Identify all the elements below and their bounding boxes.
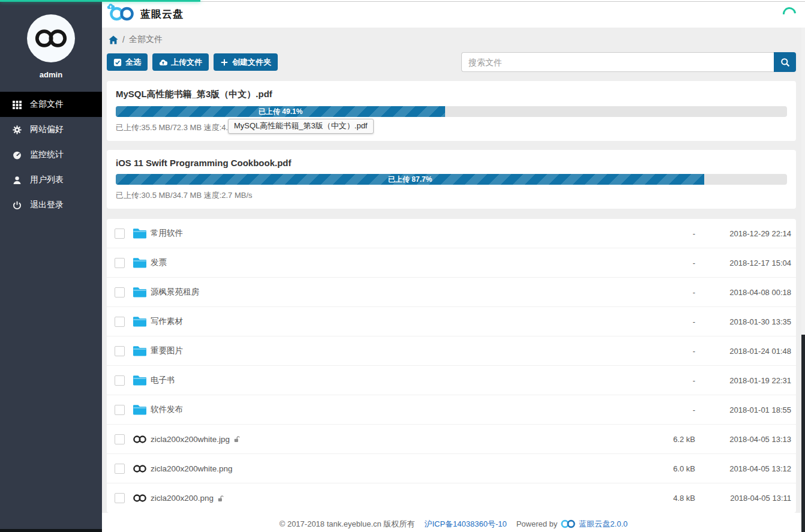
file-name[interactable]: 常用软件 <box>151 228 183 239</box>
folder-icon <box>133 375 146 386</box>
row-checkbox[interactable] <box>115 287 125 297</box>
table-row[interactable]: 软件发布 - 2018-01-01 18:55 <box>107 395 796 425</box>
version-link[interactable]: 蓝眼云盘2.0.0 <box>579 519 627 530</box>
file-size: - <box>605 347 695 356</box>
file-name[interactable]: zicla200x200white.jpg <box>151 435 230 444</box>
username: admin <box>40 70 62 79</box>
unlock-icon <box>217 495 225 502</box>
app-logo[interactable] <box>109 5 135 23</box>
file-name[interactable]: zicla200x200.png <box>151 494 214 503</box>
row-checkbox[interactable] <box>115 229 125 239</box>
create-folder-label: 创建文件夹 <box>232 57 271 68</box>
upload-progress-track: 已上传 49.1% <box>116 106 787 117</box>
row-checkbox[interactable] <box>115 317 125 327</box>
table-row[interactable]: 电子书 - 2018-01-19 22:31 <box>107 366 796 395</box>
row-checkbox[interactable] <box>115 258 125 268</box>
row-checkbox[interactable] <box>115 375 125 386</box>
upload-file-button[interactable]: 上传文件 <box>152 53 209 71</box>
sidebar-item[interactable]: 退出登录 <box>0 193 102 218</box>
file-date: 2018-12-29 22:14 <box>701 229 791 238</box>
table-row[interactable]: zicla200x200.png 4.8 kB 2018-04-05 13:11 <box>107 483 796 513</box>
copyright-text: © 2017-2018 tank.eyeblue.cn 版权所有 <box>280 519 415 530</box>
file-size: - <box>605 229 695 238</box>
upload-detail: 已上传:30.5 MB/34.7 MB 速度:2.7 MB/s <box>116 190 787 201</box>
avatar[interactable] <box>27 14 75 62</box>
table-row[interactable]: 重要图片 - 2018-01-24 01:48 <box>107 336 796 366</box>
sidebar-item[interactable]: 监控统计 <box>0 142 102 167</box>
sidebar-item-icon <box>13 151 22 160</box>
sidebar-item-label: 网站偏好 <box>30 124 64 135</box>
folder-icon <box>133 257 146 268</box>
file-name[interactable]: 软件发布 <box>151 404 183 415</box>
cloud-upload-badge-icon <box>107 3 115 10</box>
breadcrumb-current: 全部文件 <box>129 34 163 45</box>
table-row[interactable]: 写作素材 - 2018-01-30 13:35 <box>107 307 796 336</box>
infinity-logo-icon <box>560 519 576 529</box>
sidebar-item-label: 全部文件 <box>30 99 64 110</box>
upload-progress-bar: 已上传 49.1% <box>116 106 445 117</box>
page-loading-bar <box>0 0 200 2</box>
breadcrumb-separator: / <box>122 35 125 44</box>
table-row[interactable]: 常用软件 - 2018-12-29 22:14 <box>107 219 796 248</box>
row-checkbox[interactable] <box>115 464 125 474</box>
plus-icon <box>220 58 229 67</box>
file-date: 2018-04-05 13:12 <box>701 464 791 473</box>
table-row[interactable]: 发票 - 2018-12-17 15:04 <box>107 248 796 278</box>
file-name[interactable]: 写作素材 <box>151 316 183 327</box>
file-name[interactable]: 重要图片 <box>151 345 183 356</box>
file-thumbnail-icon <box>133 435 147 444</box>
file-size: - <box>605 376 695 385</box>
user-profile: admin <box>0 0 102 79</box>
file-name[interactable]: 电子书 <box>151 375 175 386</box>
file-size: 6.0 kB <box>605 464 695 473</box>
sidebar-item[interactable]: 全部文件 <box>0 92 102 117</box>
select-all-label: 全选 <box>125 57 141 68</box>
file-date: 2018-04-05 13:13 <box>701 435 791 444</box>
search-input[interactable] <box>461 52 774 72</box>
upload-card: MySQL高性能书籍_第3版（中文）.pdf 已上传 49.1% 已上传:35.… <box>107 81 796 141</box>
sidebar-item[interactable]: 用户列表 <box>0 167 102 193</box>
table-row[interactable]: zicla200x200white.png 6.0 kB 2018-04-05 … <box>107 454 796 483</box>
upload-filename: iOS 11 Swift Programming Cookbook.pdf <box>116 158 787 168</box>
table-row[interactable]: 源枫景苑租房 - 2018-04-08 00:18 <box>107 278 796 307</box>
upload-progress-track: 已上传 87.7% <box>116 174 787 185</box>
file-size: - <box>605 317 695 326</box>
app-window: admin 全部文件 网站偏好 监控统计 <box>0 0 805 532</box>
file-size: 4.8 kB <box>605 494 695 503</box>
sidebar-item-icon <box>13 201 22 210</box>
select-all-button[interactable]: 全选 <box>107 53 148 71</box>
row-checkbox[interactable] <box>115 346 125 356</box>
sidebar-item-icon <box>13 176 22 185</box>
file-size: - <box>605 259 695 267</box>
create-folder-button[interactable]: 创建文件夹 <box>214 53 278 71</box>
search-button[interactable] <box>774 52 796 72</box>
footer: © 2017-2018 tank.eyeblue.cn 版权所有 沪ICP备14… <box>102 513 805 532</box>
row-checkbox[interactable] <box>115 493 125 503</box>
file-thumbnail-icon <box>133 464 147 473</box>
search-group <box>461 52 796 72</box>
toolbar: 全选 上传文件 创建文件夹 <box>107 52 796 72</box>
sidebar-item-label: 退出登录 <box>30 200 64 211</box>
file-date: 2018-01-30 13:35 <box>701 317 791 326</box>
file-name[interactable]: 源枫景苑租房 <box>151 287 199 297</box>
file-date: 2018-01-19 22:31 <box>701 376 791 385</box>
file-name[interactable]: zicla200x200white.png <box>151 464 233 473</box>
icp-link[interactable]: 沪ICP备14038360号-10 <box>424 519 506 530</box>
powered-by-text: Powered by <box>516 519 558 528</box>
check-square-icon <box>113 58 122 67</box>
folder-icon <box>133 287 146 297</box>
file-name[interactable]: 发票 <box>151 257 167 268</box>
row-checkbox[interactable] <box>115 434 125 444</box>
scrollbar-thumb[interactable] <box>801 335 805 532</box>
sidebar-item-label: 监控统计 <box>30 149 64 160</box>
row-checkbox[interactable] <box>115 405 125 415</box>
file-date: 2018-04-08 00:18 <box>701 288 791 297</box>
file-date: 2018-01-24 01:48 <box>701 347 791 356</box>
infinity-logo-icon <box>34 28 68 49</box>
folder-icon <box>133 345 146 356</box>
sidebar-item[interactable]: 网站偏好 <box>0 117 102 142</box>
sidebar-item-icon <box>13 125 22 134</box>
table-row[interactable]: zicla200x200white.jpg 6.2 kB 2018-04-05 … <box>107 425 796 454</box>
home-icon[interactable] <box>109 35 118 44</box>
folder-icon <box>133 228 146 239</box>
